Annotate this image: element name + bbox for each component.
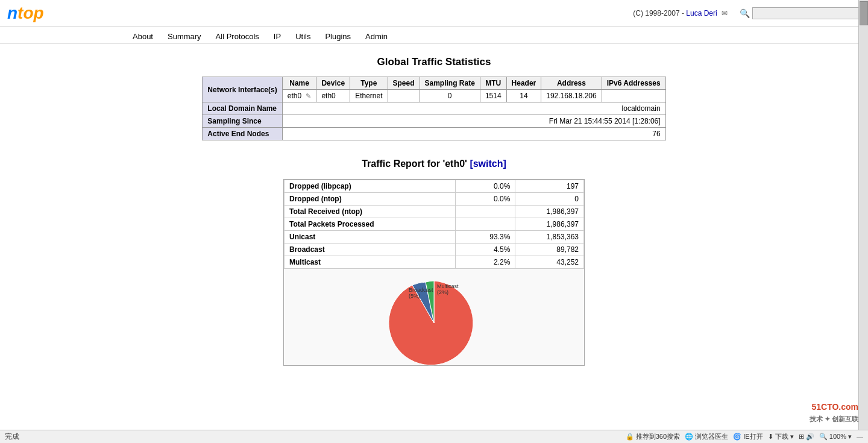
nav-utils[interactable]: Utils [295,32,310,41]
nav-admin[interactable]: Admin [365,32,388,41]
col-device: Device [316,77,350,90]
traffic-row: Total Packets Processed1,986,397 [285,218,584,231]
traffic-row-label: Total Received (ntop) [285,206,456,218]
global-traffic-table: Network Interface(s) Name Device Type Sp… [202,77,665,140]
nav-about[interactable]: About [133,32,153,41]
report-wrapper: Dropped (libpcap)0.0%197Dropped (ntop)0.… [283,179,585,366]
row-name: eth0 ✎ [282,90,316,102]
traffic-row-label: Dropped (ntop) [285,193,456,206]
row-ipv6 [602,90,665,102]
sampling-since-label: Sampling Since [203,115,282,128]
navbar: About Summary All Protocols IP Utils Plu… [0,27,868,44]
traffic-row-value: 0 [515,193,584,206]
col-mtu: MTU [480,77,506,90]
broadcast-pct-label: (5%) [409,293,420,299]
traffic-row-label: Broadcast [285,243,456,256]
scrollbar-thumb[interactable] [860,1,868,25]
traffic-row: Broadcast4.5%89,782 [285,243,584,256]
local-domain-value: localdomain [282,102,665,115]
traffic-row-pct: 0.0% [456,180,515,193]
row-device: eth0 [316,90,350,102]
traffic-row-pct: 2.2% [456,256,515,269]
traffic-row-pct: 93.3% [456,231,515,243]
traffic-row-value: 197 [515,180,584,193]
traffic-row: Dropped (libpcap)0.0%197 [285,180,584,193]
sampling-since-value: Fri Mar 21 15:44:55 2014 [1:28:06] [282,115,665,128]
search-area: 🔍 [740,7,861,19]
local-domain-label: Local Domain Name [203,102,282,115]
traffic-row-pct [456,218,515,231]
traffic-row-pct: 0.0% [456,193,515,206]
search-input[interactable] [752,7,861,19]
traffic-row: Unicast93.3%1,853,363 [285,231,584,243]
report-container: Dropped (libpcap)0.0%197Dropped (ntop)0.… [24,179,844,366]
traffic-row-value: 43,252 [515,256,584,269]
traffic-row-value: 1,853,363 [515,231,584,243]
global-traffic-title: Global Traffic Statistics [24,56,844,68]
nav-plugins[interactable]: Plugins [325,32,351,41]
nav-summary[interactable]: Summary [168,32,201,41]
interface-label: Network Interface(s) [203,77,282,102]
logo: ntop [7,4,44,23]
traffic-row: Multicast2.2%43,252 [285,256,584,269]
copyright-text: (C) 1998-2007 - Luca Deri ✉ [633,9,728,17]
row-sampling-rate: 0 [420,90,480,102]
pie-chart: Broadcast (5%) Multicast (2%) [374,275,494,371]
traffic-row-value: 1,986,397 [515,218,584,231]
traffic-row-value: 89,782 [515,243,584,256]
row-address: 192.168.18.206 [541,90,602,102]
broadcast-label: Broadcast [409,287,433,293]
traffic-row-pct: 4.5% [456,243,515,256]
active-nodes-value: 76 [282,128,665,140]
traffic-row-label: Multicast [285,256,456,269]
scrollbar[interactable] [858,0,868,378]
row-speed [388,90,420,102]
search-icon[interactable]: 🔍 [740,8,750,18]
traffic-row: Dropped (ntop)0.0%0 [285,193,584,206]
row-mtu: 1514 [480,90,506,102]
col-type: Type [350,77,388,90]
traffic-row: Total Received (ntop)1,986,397 [285,206,584,218]
switch-link[interactable]: [switch] [470,159,506,169]
col-header: Header [506,77,541,90]
col-sampling: Sampling Rate [420,77,480,90]
traffic-row-pct [456,206,515,218]
traffic-row-value: 1,986,397 [515,206,584,218]
col-ipv6: IPv6 Addresses [602,77,665,90]
main-content: Global Traffic Statistics Network Interf… [0,44,868,378]
nav-allprotocols[interactable]: All Protocols [216,32,259,41]
multicast-label: Multicast [437,283,459,289]
col-name: Name [282,77,316,90]
traffic-table: Dropped (libpcap)0.0%197Dropped (ntop)0.… [284,180,584,269]
author-link[interactable]: Luca Deri [686,9,717,17]
traffic-report-title: Traffic Report for 'eth0' [switch] [24,159,844,169]
pie-container: Broadcast (5%) Multicast (2%) [284,269,584,365]
traffic-row-label: Total Packets Processed [285,218,456,231]
traffic-row-label: Unicast [285,231,456,243]
nav-ip[interactable]: IP [274,32,281,41]
col-speed: Speed [388,77,420,90]
traffic-row-label: Dropped (libpcap) [285,180,456,193]
col-address: Address [541,77,602,90]
active-nodes-label: Active End Nodes [203,128,282,140]
multicast-pct-label: (2%) [437,289,448,295]
row-type: Ethernet [350,90,388,102]
row-header: 14 [506,90,541,102]
